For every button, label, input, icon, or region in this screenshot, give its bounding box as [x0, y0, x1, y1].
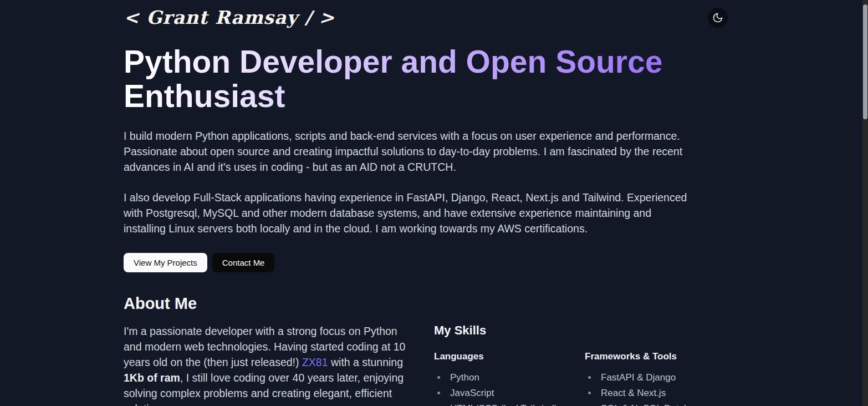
hero-title-line1: Python Developer and Open Source [124, 45, 744, 79]
zx81-link[interactable]: ZX81 [302, 356, 328, 368]
contact-me-button[interactable]: Contact Me [212, 253, 275, 272]
hero-button-row: View My Projects Contact Me [124, 253, 744, 272]
about-heading: About Me [124, 295, 744, 313]
list-item: HTML/CSS (Incl Tailwind) [447, 401, 585, 406]
about-bold-text: 1Kb of ram [124, 372, 180, 384]
page-container: < Grant Ramsay / > Python Developer and … [124, 0, 744, 406]
hero-title-line2: Enthusiast [124, 79, 744, 114]
skill-list-frameworks: FastAPI & Django React & Next.js SQL & N… [585, 370, 744, 406]
skill-group-title: Languages [434, 351, 585, 362]
skills-section: My Skills Languages Python JavaScript HT… [434, 323, 744, 406]
skills-heading: My Skills [434, 323, 744, 338]
theme-toggle-button[interactable] [708, 8, 728, 28]
list-item: FastAPI & Django [598, 370, 744, 385]
about-text-middle: with a stunning [328, 356, 404, 368]
about-grid: I'm a passionate developer with a strong… [124, 323, 744, 406]
list-item: SQL & NoSQL Databases [598, 401, 744, 406]
list-item: React & Next.js [598, 385, 744, 401]
hero-title: Python Developer and Open Source Enthusi… [124, 45, 744, 113]
site-logo[interactable]: < Grant Ramsay / > [124, 7, 335, 28]
list-item: Python [447, 370, 585, 385]
skill-group-title: Frameworks & Tools [585, 351, 744, 362]
skill-group-languages: Languages Python JavaScript HTML/CSS (In… [434, 351, 585, 406]
skill-list-languages: Python JavaScript HTML/CSS (Incl Tailwin… [434, 370, 585, 406]
view-projects-button[interactable]: View My Projects [124, 253, 207, 272]
skills-grid: Languages Python JavaScript HTML/CSS (In… [434, 351, 744, 406]
scrollbar-thumb[interactable] [863, 4, 867, 119]
about-paragraph: I'm a passionate developer with a strong… [124, 323, 413, 406]
moon-icon [712, 12, 723, 23]
hero-paragraph-2: I also develop Full-Stack applications h… [124, 190, 692, 236]
site-header: < Grant Ramsay / > [124, 0, 744, 28]
skill-group-frameworks: Frameworks & Tools FastAPI & Django Reac… [585, 351, 744, 406]
hero-paragraph-1: I build modern Python applications, scri… [124, 128, 692, 175]
list-item: JavaScript [447, 385, 585, 401]
